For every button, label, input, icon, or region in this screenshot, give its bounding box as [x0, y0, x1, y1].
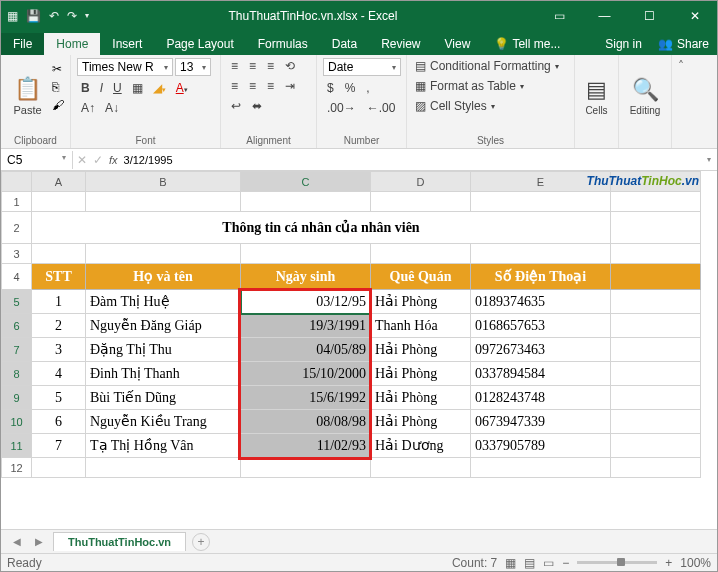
tab-page-layout[interactable]: Page Layout: [154, 33, 245, 55]
percent-icon[interactable]: %: [341, 80, 360, 96]
cell[interactable]: [611, 192, 701, 212]
underline-button[interactable]: U: [109, 80, 126, 96]
cell[interactable]: 0128243748: [471, 386, 611, 410]
row-header[interactable]: 5: [2, 290, 32, 314]
col-header[interactable]: B: [86, 172, 241, 192]
expand-formula-icon[interactable]: ▾: [701, 155, 717, 164]
tab-data[interactable]: Data: [320, 33, 369, 55]
redo-icon[interactable]: ↷: [67, 9, 77, 23]
comma-icon[interactable]: ,: [362, 80, 373, 96]
cell[interactable]: [241, 192, 371, 212]
row-header[interactable]: 6: [2, 314, 32, 338]
cell[interactable]: Tạ Thị Hồng Vân: [86, 434, 241, 458]
row-header[interactable]: 10: [2, 410, 32, 434]
cell[interactable]: Hải Dương: [371, 434, 471, 458]
cell[interactable]: 15/6/1992: [241, 386, 371, 410]
cell[interactable]: Hải Phòng: [371, 386, 471, 410]
zoom-out-icon[interactable]: −: [562, 556, 569, 570]
cell[interactable]: Hải Phòng: [371, 362, 471, 386]
share-button[interactable]: 👥Share: [650, 33, 717, 55]
cell[interactable]: 19/3/1991: [241, 314, 371, 338]
wrap-text-button[interactable]: ↩: [227, 98, 245, 114]
cancel-icon[interactable]: ✕: [77, 153, 87, 167]
col-header[interactable]: [2, 172, 32, 192]
cell[interactable]: STT: [32, 264, 86, 290]
cell[interactable]: 08/08/98: [241, 410, 371, 434]
cell[interactable]: [86, 192, 241, 212]
ribbon-options-icon[interactable]: ▭: [537, 1, 582, 30]
undo-icon[interactable]: ↶: [49, 9, 59, 23]
format-as-table-button[interactable]: ▦Format as Table ▾: [413, 78, 568, 94]
cell[interactable]: [471, 458, 611, 478]
sign-in[interactable]: Sign in: [597, 33, 650, 55]
cell[interactable]: [611, 314, 701, 338]
save-icon[interactable]: 💾: [26, 9, 41, 23]
font-size-combo[interactable]: 13▾: [175, 58, 211, 76]
cell[interactable]: [371, 192, 471, 212]
shrink-font-button[interactable]: A↓: [101, 100, 123, 116]
cell[interactable]: 0337894584: [471, 362, 611, 386]
cell[interactable]: [471, 244, 611, 264]
merge-button[interactable]: ⬌: [248, 98, 266, 114]
view-break-icon[interactable]: ▭: [543, 556, 554, 570]
col-header[interactable]: A: [32, 172, 86, 192]
align-top-icon[interactable]: ≡: [227, 58, 242, 74]
number-format-combo[interactable]: Date▾: [323, 58, 401, 76]
zoom-in-icon[interactable]: +: [665, 556, 672, 570]
cell[interactable]: 5: [32, 386, 86, 410]
worksheet-grid[interactable]: ABCDE 12Thông tin cá nhân của nhân viên3…: [1, 171, 717, 543]
qat-dropdown-icon[interactable]: ▾: [85, 11, 89, 20]
enter-icon[interactable]: ✓: [93, 153, 103, 167]
tab-home[interactable]: Home: [44, 33, 100, 55]
cell[interactable]: 0337905789: [471, 434, 611, 458]
cell[interactable]: Đặng Thị Thu: [86, 338, 241, 362]
cell[interactable]: [32, 244, 86, 264]
tab-nav-prev-icon[interactable]: ◀: [9, 536, 25, 547]
new-sheet-button[interactable]: +: [192, 533, 210, 551]
cell[interactable]: [611, 434, 701, 458]
sheet-tab[interactable]: ThuThuatTinHoc.vn: [53, 532, 186, 551]
cell[interactable]: [471, 192, 611, 212]
col-header[interactable]: D: [371, 172, 471, 192]
cell[interactable]: 0168657653: [471, 314, 611, 338]
view-normal-icon[interactable]: ▦: [505, 556, 516, 570]
conditional-formatting-button[interactable]: ▤Conditional Formatting ▾: [413, 58, 568, 74]
cell[interactable]: 04/05/89: [241, 338, 371, 362]
cell[interactable]: 0673947339: [471, 410, 611, 434]
align-left-icon[interactable]: ≡: [227, 78, 242, 94]
copy-icon[interactable]: ⎘: [52, 80, 64, 94]
cell[interactable]: [611, 212, 701, 244]
row-header[interactable]: 3: [2, 244, 32, 264]
format-painter-icon[interactable]: 🖌: [52, 98, 64, 112]
zoom-slider[interactable]: [577, 561, 657, 564]
cell[interactable]: [32, 458, 86, 478]
cell[interactable]: 15/10/2000: [241, 362, 371, 386]
row-header[interactable]: 4: [2, 264, 32, 290]
align-right-icon[interactable]: ≡: [263, 78, 278, 94]
cell[interactable]: 7: [32, 434, 86, 458]
tab-file[interactable]: File: [1, 33, 44, 55]
cell[interactable]: Đinh Thị Thanh: [86, 362, 241, 386]
cell[interactable]: Nguyễn Kiều Trang: [86, 410, 241, 434]
cell[interactable]: [371, 244, 471, 264]
decrease-decimal-icon[interactable]: ←.00: [363, 100, 400, 116]
increase-decimal-icon[interactable]: .00→: [323, 100, 360, 116]
close-button[interactable]: ✕: [672, 1, 717, 30]
currency-icon[interactable]: $: [323, 80, 338, 96]
row-header[interactable]: 8: [2, 362, 32, 386]
cell[interactable]: Bùi Tiến Dũng: [86, 386, 241, 410]
maximize-button[interactable]: ☐: [627, 1, 672, 30]
cell-styles-button[interactable]: ▨Cell Styles ▾: [413, 98, 568, 114]
tell-me[interactable]: 💡 Tell me...: [482, 33, 572, 55]
cell[interactable]: [86, 244, 241, 264]
cell[interactable]: [611, 386, 701, 410]
bold-button[interactable]: B: [77, 80, 94, 96]
tab-review[interactable]: Review: [369, 33, 432, 55]
cell[interactable]: Hải Phòng: [371, 338, 471, 362]
indent-icon[interactable]: ⇥: [281, 78, 299, 94]
cell[interactable]: 11/02/93: [241, 434, 371, 458]
align-middle-icon[interactable]: ≡: [245, 58, 260, 74]
cell[interactable]: Ngày sinh: [241, 264, 371, 290]
cell[interactable]: [32, 192, 86, 212]
row-header[interactable]: 2: [2, 212, 32, 244]
